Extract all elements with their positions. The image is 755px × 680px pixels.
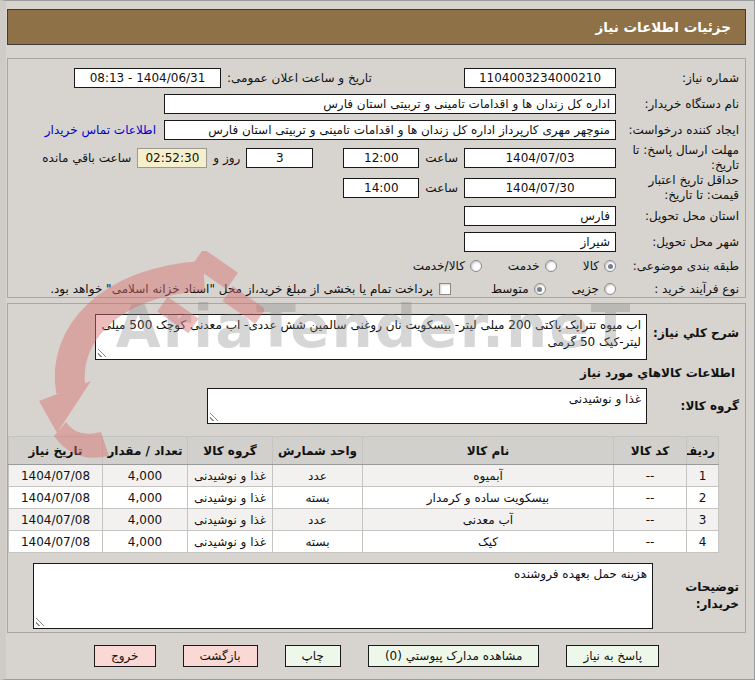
price-hour-label: ساعت — [425, 181, 458, 195]
col-name: نام کالا — [363, 437, 614, 465]
cell-row: 2 — [687, 487, 719, 509]
cell-group: غذا و نوشیدنی — [188, 531, 273, 553]
cell-qty: 4,000 — [103, 465, 188, 487]
announce-datetime-input[interactable]: 1404/06/31 - 08:13 — [74, 68, 221, 88]
radio-service[interactable] — [545, 260, 557, 272]
buyer-notes-label: توضیحات خریدار: — [653, 563, 739, 613]
col-qty: تعداد / مقدار — [103, 437, 188, 465]
goods-info-groupbox: شرح کلي نیاز: اب میوه تتراپک پاکتی 200 م… — [7, 303, 746, 633]
cell-qty: 4,000 — [103, 509, 188, 531]
radio-goods[interactable] — [604, 260, 616, 272]
price-validity-row: حداقل تاریخ اعتبار قیمت: تا تاریخ: 1404/… — [14, 173, 739, 203]
radio-service-label: خدمت — [508, 259, 540, 273]
reply-to-need-button[interactable]: پاسخ به نیاز — [566, 645, 659, 667]
col-group: گروه کالا — [188, 437, 273, 465]
cell-date: 1404/07/08 — [9, 531, 103, 553]
radio-medium[interactable] — [534, 283, 546, 295]
cell-code: -- — [614, 509, 687, 531]
creator-label: ایجاد کننده درخواست: — [616, 123, 739, 138]
table-row[interactable]: 2 -- بیسکویت ساده و کرمدار بسته غذا و نو… — [9, 487, 719, 509]
announce-label: تاریخ و ساعت اعلان عمومی: — [227, 71, 372, 85]
reply-deadline-label: مهلت ارسال پاسخ: تا تاریخ: — [616, 143, 739, 173]
radio-goods-service[interactable] — [470, 260, 482, 272]
table-row[interactable]: 4 -- کیک بسته غذا و نوشیدنی 4,000 1404/0… — [9, 531, 719, 553]
buyer-notes-textarea[interactable]: هزینه حمل بعهده فروشنده — [33, 563, 653, 629]
buyer-org-input[interactable]: اداره کل زندان ها و اقدامات تامینی و ترب… — [164, 94, 616, 114]
need-details-page: جزئیات اطلاعات نیاز شماره نیاز: 11040032… — [0, 0, 755, 680]
table-row[interactable]: 1 -- آبمیوه عدد غذا و نوشیدنی 4,000 1404… — [9, 465, 719, 487]
items-table-header: ردیف کد کالا نام کالا واحد شمارش گروه کا… — [9, 437, 719, 465]
classification-row: طبقه بندی موضوعی: کالا خدمت کالا/خدمت — [14, 255, 739, 277]
cell-date: 1404/07/08 — [9, 487, 103, 509]
exit-button[interactable]: خروج — [94, 645, 156, 667]
province-input[interactable]: فارس — [464, 206, 616, 226]
city-label: شهر محل تحویل: — [616, 235, 739, 250]
cell-code: -- — [614, 465, 687, 487]
price-validity-time-input[interactable]: 14:00 — [343, 178, 419, 198]
process-type-label: نوع فرآیند خرید : — [616, 282, 739, 297]
city-input[interactable]: شیراز — [464, 232, 616, 252]
goods-group-label: گروه کالا: — [647, 399, 739, 413]
need-number-row: شماره نیاز: 1104003234000210 تاریخ و ساع… — [14, 65, 739, 91]
countdown-timer: 02:52:30 — [137, 148, 207, 168]
radio-goods-label: کالا — [583, 259, 599, 273]
cell-unit: بسته — [273, 531, 363, 553]
radio-goods-service-label: کالا/خدمت — [413, 259, 465, 273]
price-validity-date-input[interactable]: 1404/07/30 — [464, 178, 616, 198]
cell-row: 4 — [687, 531, 719, 553]
goods-group-row: گروه کالا: غذا و نوشیدنی — [14, 388, 739, 424]
cell-qty: 4,000 — [103, 487, 188, 509]
city-row: شهر محل تحویل: شیراز — [14, 229, 739, 255]
creator-input[interactable]: منوچهر مهری کارپرداز اداره کل زندان ها و… — [164, 120, 616, 140]
cell-code: -- — [614, 487, 687, 509]
cell-name: کیک — [363, 531, 614, 553]
view-attachments-button[interactable]: مشاهده مدارک پیوستي (0) — [368, 645, 540, 667]
need-number-input[interactable]: 1104003234000210 — [464, 68, 616, 88]
need-info-groupbox: شماره نیاز: 1104003234000210 تاریخ و ساع… — [7, 58, 746, 298]
back-button[interactable]: بازگشت — [183, 645, 258, 667]
creator-row: ایجاد کننده درخواست: منوچهر مهری کارپردا… — [14, 117, 739, 143]
cell-date: 1404/07/08 — [9, 509, 103, 531]
cell-qty: 4,000 — [103, 531, 188, 553]
countdown-label: ساعت باقي مانده — [42, 151, 131, 165]
reply-deadline-time-input[interactable]: 12:00 — [343, 148, 419, 168]
cell-name: آبمیوه — [363, 465, 614, 487]
col-code: کد کالا — [614, 437, 687, 465]
radio-partial[interactable] — [604, 283, 616, 295]
need-number-label: شماره نیاز: — [616, 71, 739, 86]
buyer-contact-link[interactable]: اطلاعات تماس خریدار — [45, 123, 156, 137]
reply-hour-label: ساعت — [425, 151, 458, 165]
need-description-textarea[interactable]: اب میوه تتراپک پاکتی 200 میلی لیتر- بیسک… — [95, 314, 647, 360]
cell-row: 3 — [687, 509, 719, 531]
goods-group-textarea[interactable]: غذا و نوشیدنی — [207, 388, 647, 424]
items-table: ردیف کد کالا نام کالا واحد شمارش گروه کا… — [8, 436, 719, 553]
days-remaining-box: 3 — [246, 148, 313, 168]
treasury-checkbox[interactable] — [439, 283, 451, 295]
buyer-notes-row: توضیحات خریدار: هزینه حمل بعهده فروشنده — [14, 563, 739, 629]
cell-date: 1404/07/08 — [9, 465, 103, 487]
reply-deadline-date-input[interactable]: 1404/07/03 — [464, 148, 616, 168]
need-description-label: شرح کلي نیاز: — [647, 314, 739, 340]
province-label: استان محل تحویل: — [616, 209, 739, 224]
cell-code: -- — [614, 531, 687, 553]
cell-group: غذا و نوشیدنی — [188, 509, 273, 531]
col-unit: واحد شمارش — [273, 437, 363, 465]
cell-group: غذا و نوشیدنی — [188, 487, 273, 509]
cell-unit: عدد — [273, 465, 363, 487]
table-row[interactable]: 3 -- آب معدنی عدد غذا و نوشیدنی 4,000 14… — [9, 509, 719, 531]
cell-group: غذا و نوشیدنی — [188, 465, 273, 487]
cell-name: بیسکویت ساده و کرمدار — [363, 487, 614, 509]
cell-row: 1 — [687, 465, 719, 487]
radio-medium-label: متوسط — [491, 282, 529, 296]
page-title: جزئیات اطلاعات نیاز — [7, 9, 746, 45]
treasury-checkbox-label: پرداخت تمام یا بخشی از مبلغ خرید،از محل … — [50, 282, 433, 296]
reply-deadline-row: مهلت ارسال پاسخ: تا تاریخ: 1404/07/03 سا… — [14, 143, 739, 173]
goods-section-title: اطلاعات کالاهاي مورد نیاز — [18, 366, 735, 380]
col-date: تاریخ نیاز — [9, 437, 103, 465]
cell-unit: بسته — [273, 487, 363, 509]
print-button[interactable]: چاپ — [285, 645, 341, 667]
need-description-row: شرح کلي نیاز: اب میوه تتراپک پاکتی 200 م… — [14, 314, 739, 360]
buyer-org-label: نام دستگاه خریدار: — [616, 97, 739, 112]
col-row: ردیف — [687, 437, 719, 465]
radio-partial-label: جزیی — [572, 282, 599, 296]
